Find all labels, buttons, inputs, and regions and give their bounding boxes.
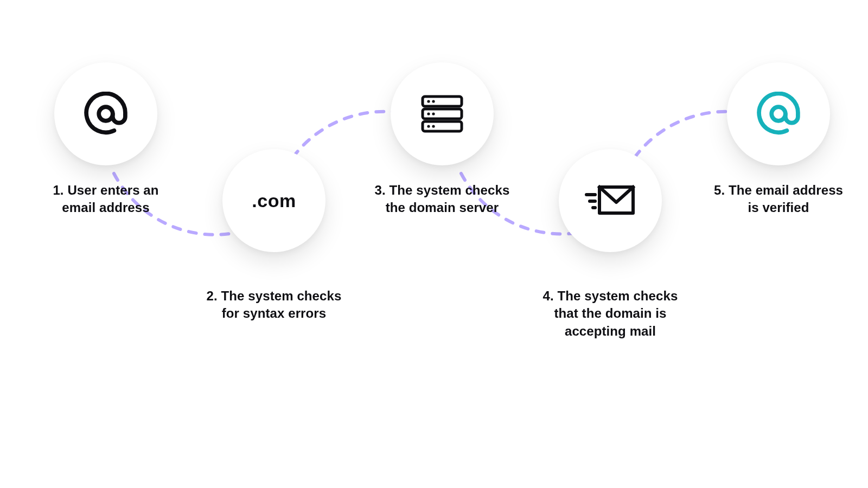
svg-point-5 [432, 100, 435, 102]
step3-circle [391, 62, 494, 165]
svg-point-8 [427, 125, 430, 127]
step4-circle [559, 149, 662, 252]
server-icon [419, 94, 465, 133]
step2-circle: .com [222, 149, 326, 252]
step5-caption: 5. The email address is verified [708, 182, 849, 217]
at-sign-verified-icon [756, 92, 801, 136]
svg-point-6 [427, 112, 430, 115]
svg-point-9 [432, 125, 435, 127]
at-sign-icon [84, 92, 128, 136]
dot-com-icon: .com [252, 190, 296, 211]
svg-point-4 [427, 100, 430, 102]
svg-point-7 [432, 112, 435, 115]
step2-caption: 2. The system checks for syntax errors [203, 287, 344, 323]
step1-circle [54, 62, 157, 165]
step4-caption: 4. The system checks that the domain is … [540, 287, 681, 340]
diagram-stage: .com [0, 0, 868, 488]
step3-caption: 3. The system checks the domain server [372, 182, 513, 217]
mail-send-icon [583, 182, 637, 220]
step5-circle [727, 62, 830, 165]
step1-caption: 1. User enters an email address [35, 182, 176, 217]
